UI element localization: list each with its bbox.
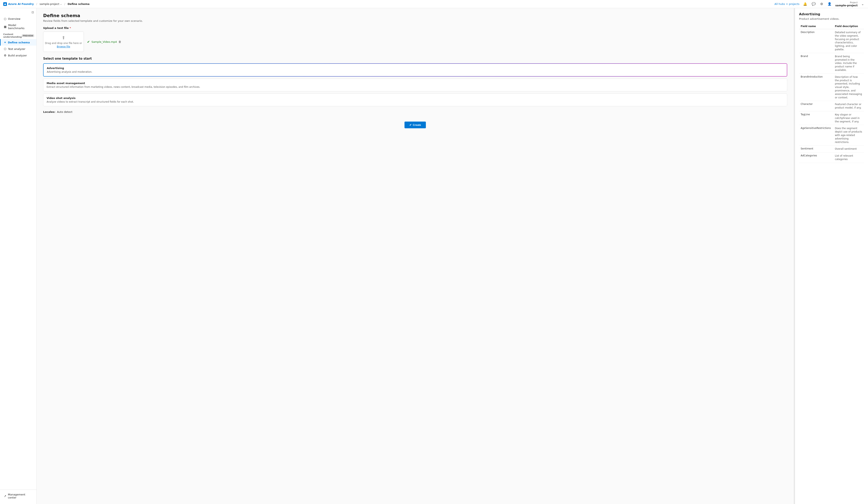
- template-advertising-desc: Advertising analysis and moderation.: [47, 70, 784, 73]
- table-row: AdCategoriesList of relevant categories: [799, 152, 864, 163]
- right-panel: Advertising Product advertisement videos…: [795, 8, 868, 504]
- field-desc-cell: List of relevant categories: [833, 152, 864, 163]
- sidebar-section-content: Content understanding PREVIEW: [0, 31, 37, 39]
- locales-label: Locales:: [43, 110, 55, 113]
- test-analyzer-icon: ⬡: [4, 47, 6, 50]
- sidebar-item-overview[interactable]: ○ Overview: [0, 16, 37, 22]
- template-advertising-title: Advertising: [47, 67, 784, 70]
- app-body: ⊡ ○ Overview ▦ Model benchmarks Content …: [0, 8, 868, 504]
- delete-file-button[interactable]: 🗑: [118, 40, 121, 43]
- app-name: Azure AI Foundry: [8, 2, 34, 6]
- field-desc-cell: Brand being promoted in the video. Inclu…: [833, 53, 864, 73]
- fields-table: Field name Field description Description…: [799, 24, 864, 163]
- file-dropzone[interactable]: ⬆ Drag and drop one file here or Browse …: [43, 32, 84, 52]
- bottom-actions: ✔ Create: [43, 118, 787, 128]
- upload-label: Upload a test file *: [43, 27, 787, 30]
- breadcrumb-sep-1: /: [36, 2, 37, 6]
- field-desc-cell: Detailed summary of the video segment, f…: [833, 29, 864, 53]
- template-media-title: Media asset management: [46, 82, 784, 85]
- browse-file-link[interactable]: Browse file: [57, 45, 70, 48]
- app-logo[interactable]: Azure AI Foundry: [3, 2, 34, 6]
- field-desc-cell: Key slogan or catchphrase used in the se…: [833, 111, 864, 125]
- table-row: AgeSensitiveRestrictionsDoes the segment…: [799, 125, 864, 145]
- check-icon: ✔: [87, 40, 90, 44]
- template-card-advertising[interactable]: Advertising Advertising analysis and mod…: [43, 63, 787, 77]
- create-button[interactable]: ✔ Create: [404, 122, 426, 128]
- field-desc-cell: Description of how the product is presen…: [833, 73, 864, 101]
- topbar-right-section: All hubs + projects 🔔 💬 ⚙ 👤 Project samp…: [774, 1, 865, 7]
- field-desc-cell: Does the segment depict use of products …: [833, 125, 864, 145]
- field-name-cell: AgeSensitiveRestrictions: [799, 125, 833, 145]
- page-title: Define schema: [43, 13, 787, 18]
- table-row: CharacterFeatured character or product m…: [799, 101, 864, 111]
- notifications-icon[interactable]: 🔔: [802, 2, 808, 6]
- create-check-icon: ✔: [410, 123, 412, 127]
- field-desc-cell: Featured character or product model, if …: [833, 101, 864, 111]
- template-card-video-shot[interactable]: Video shot analysis Analyze videos to ex…: [43, 93, 787, 106]
- benchmarks-icon: ▦: [4, 25, 7, 28]
- required-indicator: *: [70, 27, 71, 30]
- project-dropdown-icon[interactable]: ⌄: [860, 2, 865, 6]
- collapse-icon[interactable]: ⊡: [32, 11, 34, 14]
- field-desc-cell: Overall sentiment: [833, 145, 864, 152]
- main-content: Define schema Review fields from selecte…: [37, 8, 794, 504]
- dropzone-text: Drag and drop one file here or Browse fi…: [45, 42, 82, 49]
- field-name-cell: AdCategories: [799, 152, 833, 163]
- sidebar-item-model-benchmarks[interactable]: ▦ Model benchmarks: [0, 22, 37, 31]
- panel-title: Advertising: [799, 12, 864, 16]
- uploaded-filename: Sample_Video.mp4: [91, 40, 117, 43]
- build-analyzer-icon: ⚙: [4, 54, 7, 57]
- overview-icon: ○: [4, 17, 6, 20]
- field-name-cell: TagLine: [799, 111, 833, 125]
- table-row: DescriptionDetailed summary of the video…: [799, 29, 864, 53]
- sidebar-bottom: ↗ Management center: [0, 490, 37, 502]
- sidebar-item-test-analyzer[interactable]: ⬡ Test analyzer: [0, 46, 37, 52]
- logo-icon: [3, 2, 7, 6]
- table-row: BrandIntroductionDescription of how the …: [799, 73, 864, 101]
- sidebar-item-define-schema[interactable]: ✦ Define schema: [0, 39, 37, 46]
- locales-value: Auto detect: [57, 110, 72, 113]
- breadcrumb-project[interactable]: sample-project ⌄: [40, 2, 62, 6]
- sidebar-item-management-center[interactable]: ↗ Management center: [0, 491, 37, 501]
- template-video-desc: Analyze videos to extract transcript and…: [46, 100, 784, 103]
- template-media-desc: Extract structured information from mark…: [46, 85, 784, 88]
- topbar: Azure AI Foundry / sample-project ⌄ / De…: [0, 0, 868, 8]
- field-name-cell: Character: [799, 101, 833, 111]
- upload-area: ⬆ Drag and drop one file here or Browse …: [43, 32, 787, 52]
- template-video-title: Video shot analysis: [46, 97, 784, 100]
- chat-icon[interactable]: 💬: [811, 2, 817, 6]
- col-field-name: Field name: [799, 24, 833, 29]
- page-subtitle: Review fields from selected template and…: [43, 19, 787, 22]
- select-template-title: Select one template to start: [43, 57, 787, 60]
- table-row: SentimentOverall sentiment: [799, 145, 864, 152]
- breadcrumb-sep-2: /: [64, 2, 65, 6]
- col-field-desc: Field description: [833, 24, 864, 29]
- gear-icon[interactable]: ⚙: [819, 2, 824, 6]
- field-name-cell: BrandIntroduction: [799, 73, 833, 101]
- sidebar-item-build-analyzer[interactable]: ⚙ Build analyzer: [0, 52, 37, 59]
- user-avatar[interactable]: 👤: [827, 2, 833, 6]
- management-icon: ↗: [4, 494, 6, 498]
- uploaded-file-info: ✔ Sample_Video.mp4 🗑: [87, 40, 121, 44]
- templates-list: Advertising Advertising analysis and mod…: [43, 63, 787, 106]
- upload-icon: ⬆: [62, 35, 65, 40]
- chevron-down-icon: ⌄: [60, 3, 62, 5]
- field-name-cell: Sentiment: [799, 145, 833, 152]
- project-info: Project sample-project: [835, 1, 858, 7]
- sidebar: ⊡ ○ Overview ▦ Model benchmarks Content …: [0, 8, 37, 504]
- field-name-cell: Brand: [799, 53, 833, 73]
- breadcrumb-current: Define schema: [68, 2, 90, 6]
- template-card-media-asset[interactable]: Media asset management Extract structure…: [43, 79, 787, 91]
- sidebar-collapse[interactable]: ⊡: [0, 10, 37, 16]
- all-hubs-link[interactable]: All hubs + projects: [774, 2, 799, 6]
- svg-marker-0: [4, 3, 6, 5]
- field-name-cell: Description: [799, 29, 833, 53]
- table-row: BrandBrand being promoted in the video. …: [799, 53, 864, 73]
- locales-row: Locales: Auto detect: [43, 110, 787, 113]
- table-row: TagLineKey slogan or catchphrase used in…: [799, 111, 864, 125]
- panel-desc: Product advertisement videos.: [799, 17, 864, 20]
- define-schema-icon: ✦: [4, 41, 6, 44]
